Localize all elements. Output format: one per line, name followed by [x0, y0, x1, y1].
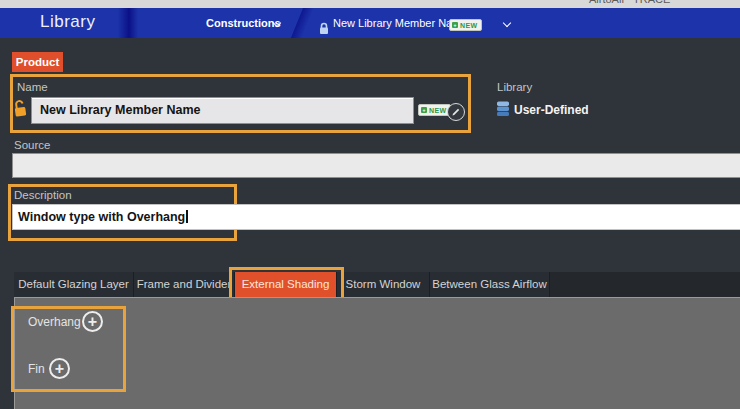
overhang-label: Overhang [28, 315, 81, 329]
new-status-badge: + NEW [418, 104, 451, 116]
source-label: Source [14, 139, 50, 151]
clipped-text-trace: TRACE [633, 0, 670, 5]
pencil-icon [451, 107, 461, 117]
add-fin-button[interactable]: + [49, 358, 70, 379]
page-title: Library [40, 12, 95, 32]
fin-label: Fin [28, 362, 45, 376]
description-label: Description [14, 189, 72, 201]
chevron-down-icon[interactable] [503, 19, 511, 27]
tab-storm-window[interactable]: Storm Window [337, 272, 430, 297]
tab-between-glass-airflow[interactable]: Between Glass Airflow [430, 272, 550, 297]
tab-default-glazing-layer[interactable]: Default Glazing Layer [14, 272, 134, 297]
member-dropdown[interactable]: New Library Member Name [333, 17, 467, 29]
description-input[interactable]: Window type with Overhang [12, 204, 740, 230]
top-navigation-bar: Library Constructions New Library Member… [0, 8, 740, 38]
library-editor-window: AirtoAir TRACE Library Constructions New… [0, 0, 740, 409]
subtab-bar: Default Glazing Layer Frame and Divider … [14, 272, 740, 297]
name-input[interactable]: New Library Member Name [31, 97, 414, 124]
external-shading-panel [14, 297, 740, 409]
topbar-divider [118, 8, 138, 38]
source-input[interactable] [12, 153, 740, 178]
lock-icon [319, 21, 329, 39]
add-overhang-button[interactable]: + [82, 311, 103, 332]
new-badge-icon: + [452, 22, 458, 28]
name-label: Name [17, 81, 48, 93]
text-cursor [186, 210, 188, 223]
topbar-diagonal-divider [291, 8, 314, 38]
edit-name-button[interactable] [447, 103, 465, 121]
tab-external-shading[interactable]: External Shading [235, 272, 337, 297]
new-status-badge: + NEW [449, 19, 482, 31]
tab-product[interactable]: Product [12, 52, 63, 72]
category-dropdown[interactable]: Constructions [206, 17, 281, 29]
library-label: Library [497, 81, 532, 93]
new-badge-icon: + [421, 107, 427, 113]
library-value: User-Defined [514, 103, 589, 117]
clipped-top-strip: AirtoAir TRACE [0, 0, 740, 8]
database-icon [496, 101, 510, 121]
tab-frame-and-divider[interactable]: Frame and Divider [134, 272, 235, 297]
unlock-icon[interactable] [12, 98, 29, 123]
clipped-text-airtoair: AirtoAir [589, 0, 625, 5]
